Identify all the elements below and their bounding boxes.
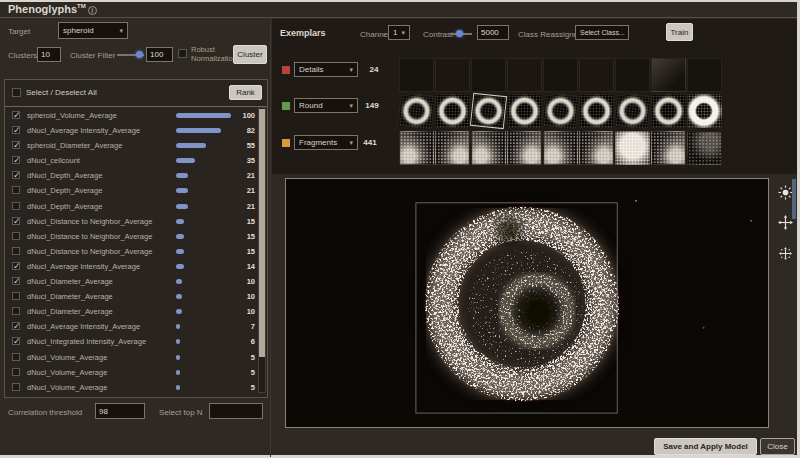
contrast-input[interactable]	[477, 25, 509, 40]
correlation-threshold-input[interactable]	[95, 403, 145, 419]
feature-row: dNucl_Average Intensity_Average7	[5, 319, 257, 334]
chevron-down-icon: ▾	[401, 29, 405, 37]
feature-checkbox[interactable]	[12, 353, 20, 361]
feature-checkbox[interactable]	[12, 337, 20, 345]
exemplar-thumbnail[interactable]	[579, 94, 614, 128]
feature-checkbox[interactable]	[12, 156, 20, 164]
save-and-apply-model-button[interactable]: Save and Apply Model	[654, 438, 757, 455]
select-top-n-input[interactable]	[209, 403, 263, 419]
exemplar-thumbnail[interactable]	[687, 94, 722, 128]
scrollbar-thumb[interactable]	[259, 109, 265, 357]
exemplar-thumbnail[interactable]	[399, 58, 434, 92]
cluster-filter-slider-handle[interactable]	[136, 51, 143, 58]
viewer-scrollbar-thumb[interactable]	[792, 179, 796, 219]
chevron-down-icon: ▾	[349, 102, 353, 110]
class-select-fragments[interactable]: Fragments▾	[294, 135, 358, 150]
rank-button[interactable]: Rank	[229, 85, 262, 100]
feature-list: spheroid_Volume_Average100dNucl_Average …	[5, 108, 257, 395]
class-color-chip	[282, 66, 290, 74]
feature-checkbox[interactable]	[12, 111, 20, 119]
exemplar-thumbnail[interactable]	[435, 58, 470, 92]
exemplar-thumbnail[interactable]	[579, 58, 614, 92]
feature-checkbox[interactable]	[12, 262, 20, 270]
feature-score: 21	[231, 186, 255, 195]
select-deselect-all-checkbox[interactable]	[12, 88, 21, 97]
feature-label: dNucl_Average Intensity_Average	[27, 322, 140, 331]
exemplar-thumbnail[interactable]	[398, 93, 435, 129]
spheroid-image	[286, 179, 768, 427]
cluster-filter-input[interactable]	[146, 47, 173, 62]
cluster-button[interactable]: Cluster	[233, 45, 267, 64]
feature-checkbox[interactable]	[12, 126, 20, 134]
exemplar-thumbnail[interactable]	[507, 94, 542, 128]
exemplar-thumbnail[interactable]	[543, 131, 578, 165]
feature-label: dNucl_Distance to Neighbor_Average	[27, 247, 152, 256]
exemplar-thumbnail[interactable]	[471, 131, 506, 165]
feature-label: dNucl_Volume_Average	[27, 383, 107, 392]
feature-checkbox[interactable]	[12, 232, 20, 240]
feature-score-bar	[176, 279, 182, 284]
feature-score: 5	[231, 353, 255, 362]
feature-checkbox[interactable]	[12, 202, 20, 210]
feature-score: 82	[231, 126, 255, 135]
feature-checkbox[interactable]	[12, 247, 20, 255]
exemplar-thumbnail[interactable]	[615, 58, 650, 92]
feature-label: dNucl_Diameter_Average	[27, 307, 113, 316]
class-color-chip	[282, 102, 290, 110]
exemplar-thumbnails-round	[399, 94, 722, 128]
class-select-round[interactable]: Round▾	[294, 98, 358, 113]
exemplar-thumbnail[interactable]	[615, 131, 650, 165]
feature-checkbox[interactable]	[12, 322, 20, 330]
crosshair-expand-icon	[778, 246, 793, 261]
feature-list-scrollbar[interactable]	[258, 107, 266, 393]
specimen-viewer[interactable]	[285, 178, 769, 428]
contrast-slider-handle[interactable]	[456, 30, 463, 37]
feature-checkbox[interactable]	[12, 292, 20, 300]
chevron-down-icon: ▾	[119, 27, 123, 35]
feature-checkbox[interactable]	[12, 217, 20, 225]
info-icon[interactable]	[88, 6, 97, 15]
exemplar-thumbnail[interactable]	[507, 58, 542, 92]
feature-score-bar	[176, 113, 231, 118]
exemplar-thumbnail[interactable]	[687, 131, 722, 165]
feature-label: spheroid_Volume_Average	[27, 111, 117, 120]
exemplar-thumbnail[interactable]	[651, 94, 686, 128]
exemplar-thumbnail[interactable]	[579, 131, 614, 165]
channels-select[interactable]: 1▾	[388, 25, 410, 40]
class-reassignment-select[interactable]: Select Class...▾	[575, 25, 629, 40]
class-select-details[interactable]: Details▾	[294, 62, 358, 77]
feature-label: dNucl_Depth_Average	[27, 171, 102, 180]
feature-score-bar	[176, 173, 188, 178]
robust-normalization-checkbox[interactable]	[178, 49, 187, 58]
exemplar-thumbnail[interactable]	[651, 58, 686, 92]
exemplar-thumbnail[interactable]	[543, 58, 578, 92]
exemplar-thumbnail[interactable]	[435, 94, 470, 128]
feature-checkbox[interactable]	[12, 277, 20, 285]
exemplar-thumbnail[interactable]	[435, 131, 470, 165]
exemplar-thumbnail[interactable]	[542, 93, 579, 129]
feature-row: dNucl_Depth_Average21	[5, 168, 257, 183]
clusters-input[interactable]	[37, 47, 61, 62]
phenoglyphs-window: PhenoglyphsTM Target spheroid▾ Clusters …	[0, 0, 800, 458]
feature-checkbox[interactable]	[12, 141, 20, 149]
train-button[interactable]: Train	[666, 23, 693, 41]
class-reassignment-value: Select Class...	[580, 29, 625, 36]
exemplar-thumbnail[interactable]	[470, 93, 507, 129]
center-button[interactable]	[776, 244, 794, 262]
exemplar-thumbnail[interactable]	[651, 131, 686, 165]
exemplar-thumbnail[interactable]	[471, 58, 506, 92]
exemplar-thumbnail[interactable]	[614, 93, 651, 129]
feature-score: 15	[231, 247, 255, 256]
exemplar-thumbnail[interactable]	[399, 131, 434, 165]
feature-checkbox[interactable]	[12, 383, 20, 391]
exemplar-thumbnail[interactable]	[687, 58, 722, 92]
exemplar-thumbnail[interactable]	[507, 131, 542, 165]
feature-checkbox[interactable]	[12, 307, 20, 315]
target-select[interactable]: spheroid▾	[58, 22, 128, 39]
feature-checkbox[interactable]	[12, 186, 20, 194]
feature-label: dNucl_Diameter_Average	[27, 277, 113, 286]
feature-checkbox[interactable]	[12, 368, 20, 376]
close-button[interactable]: Close	[760, 438, 795, 455]
feature-checkbox[interactable]	[12, 171, 20, 179]
class-color-chip	[282, 139, 290, 147]
